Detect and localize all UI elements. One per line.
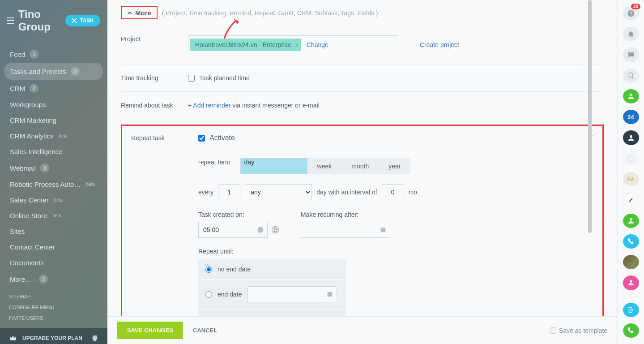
sidebar-item[interactable]: CRM2 <box>0 80 107 97</box>
export-icon[interactable] <box>623 303 639 317</box>
cancel-button[interactable]: CANCEL <box>193 327 217 334</box>
scrollbar[interactable] <box>588 0 592 233</box>
sidebar-item[interactable]: Workgroups <box>0 97 107 112</box>
phone-green-icon[interactable] <box>623 323 639 338</box>
user-pink-icon[interactable] <box>623 275 639 290</box>
sidebar-item[interactable]: Documents <box>0 255 107 271</box>
footer-bar: SAVE CHANGES CANCEL Save as template <box>107 316 617 344</box>
sidebar-sitemap[interactable]: SITEMAP <box>9 291 98 302</box>
project-tag-remove[interactable]: × <box>295 42 299 48</box>
sidebar-item[interactable]: Sales Intelligence <box>0 144 107 159</box>
repeat-term-segmented: dayweekmonthyear <box>240 158 411 174</box>
make-recurring-after-label: Make recurring after: <box>301 211 390 218</box>
sidebar-item[interactable]: More... ·3 <box>0 271 107 288</box>
clock-icon <box>257 226 264 233</box>
repeat-day-select[interactable]: any <box>245 184 312 200</box>
sidebar-item[interactable]: Webmail3 <box>0 159 107 176</box>
phone-cyan-icon[interactable] <box>623 234 639 249</box>
create-project-link[interactable]: Create project <box>420 41 459 48</box>
repeat-interval-input[interactable] <box>382 184 404 200</box>
sidebar-invite[interactable]: INVITE USERS <box>9 313 98 323</box>
sidebar-item[interactable]: Contact Center <box>0 239 107 255</box>
printer-icon[interactable] <box>91 335 98 342</box>
main-panel: More ( Project, Time tracking, Remind, R… <box>107 0 617 344</box>
sidebar-item[interactable]: CRM Marketing <box>0 112 107 128</box>
project-tag: Hoiantravel.bitrix24.vn - Enterprise × <box>190 39 301 51</box>
make-recurring-after-input[interactable] <box>301 222 390 238</box>
repeat-term-label: repeat term <box>198 159 240 166</box>
sidebar-item[interactable]: Sites <box>0 224 107 239</box>
add-reminder-link[interactable]: + Add reminder <box>188 102 230 109</box>
repeat-every-input[interactable] <box>218 184 240 200</box>
pen-icon[interactable] <box>623 193 639 207</box>
repeat-term-option[interactable]: year <box>379 158 410 174</box>
repeat-until-end-date-radio[interactable] <box>205 291 212 298</box>
notification-count-badge: 20 <box>631 4 640 9</box>
crown-icon <box>9 334 17 342</box>
repeat-term-option[interactable]: day <box>240 158 307 174</box>
upgrade-plan[interactable]: UPGRADE YOUR PLAN <box>0 328 107 344</box>
repeat-task-label: Repeat task <box>131 134 198 142</box>
project-input[interactable]: Hoiantravel.bitrix24.vn - Enterprise × C… <box>188 35 398 54</box>
task-planned-time-checkbox[interactable] <box>188 75 195 82</box>
calendar-icon <box>380 226 387 233</box>
project-change-link[interactable]: Change <box>307 41 328 48</box>
more-toggle[interactable]: More <box>121 6 158 19</box>
repeat-task-block: Repeat task Activate repeat term dayweek… <box>121 125 604 316</box>
globe-icon[interactable] <box>271 226 279 234</box>
repeat-term-option[interactable]: month <box>341 158 379 174</box>
sidebar-configure[interactable]: CONFIGURE MENU <box>9 302 98 313</box>
project-label: Project <box>121 35 188 43</box>
avatar-icon[interactable] <box>623 255 639 269</box>
sidebar: Tino Group TASK Feed1Tasks and Projects2… <box>0 0 107 344</box>
more-breadcrumbs: ( Project, Time tracking, Remind, Repeat… <box>162 9 378 17</box>
sidebar-item[interactable]: Feed1 <box>0 46 107 63</box>
task-button[interactable]: TASK <box>65 15 100 26</box>
search-icon[interactable] <box>623 69 639 83</box>
repeat-until-no-end-radio[interactable] <box>205 266 212 273</box>
right-rail: 20 24 RA <box>617 0 644 344</box>
b24-icon[interactable]: 24 <box>623 110 639 124</box>
rav-icon[interactable]: RA <box>623 172 639 186</box>
brand-title: Tino Group <box>18 8 61 33</box>
repeat-end-date-input[interactable] <box>247 286 337 302</box>
save-as-template-checkbox[interactable] <box>550 327 556 334</box>
sidebar-item[interactable]: CRM Analyticsbeta <box>0 128 107 144</box>
calendar-icon <box>326 291 333 298</box>
repeat-iterations-input[interactable] <box>263 316 285 316</box>
bell-icon[interactable] <box>623 27 639 41</box>
sidebar-item[interactable]: Robotic Process Auto…beta <box>0 176 107 192</box>
sidebar-item[interactable]: Tasks and Projects2 <box>4 63 103 80</box>
sidebar-nav: Feed1Tasks and Projects2CRM2WorkgroupsCR… <box>0 46 107 288</box>
repeat-activate-checkbox[interactable] <box>198 135 205 142</box>
time-tracking-label: Time tracking <box>121 74 188 82</box>
user-dark-icon[interactable] <box>623 130 639 145</box>
repeat-term-option[interactable]: week <box>307 158 342 174</box>
sidebar-item[interactable]: Online Storebeta <box>0 208 107 224</box>
network-icon[interactable] <box>623 151 639 166</box>
sidebar-item[interactable]: Sales Centerbeta <box>0 192 107 208</box>
user-green-2-icon[interactable] <box>623 214 639 228</box>
repeat-until-label: Repeat until: <box>198 248 593 255</box>
chat-icon[interactable] <box>623 47 639 62</box>
svg-point-1 <box>628 155 634 162</box>
save-changes-button[interactable]: SAVE CHANGES <box>117 322 183 339</box>
user-green-icon[interactable] <box>623 89 639 103</box>
chevron-up-icon <box>127 10 132 16</box>
hamburger-icon[interactable] <box>7 17 14 24</box>
remind-label: Remind about task <box>121 102 188 109</box>
task-created-on-label: Task created on: <box>198 211 279 218</box>
